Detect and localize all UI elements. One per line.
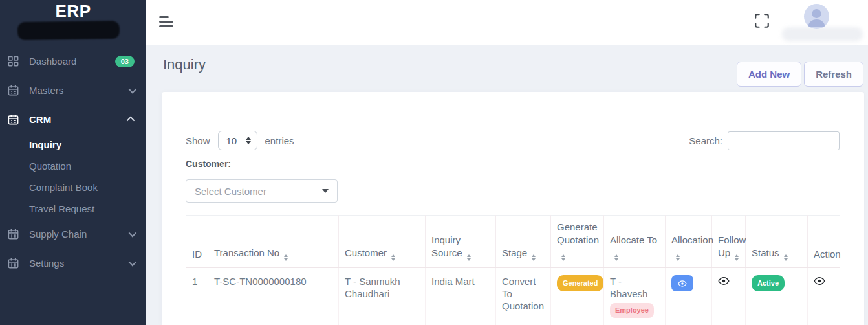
page-title: Inquiry [163,56,206,73]
app-root: ERP Dashboard03MastersCRMInquiryQuotatio… [0,0,868,325]
column-header-generate-quotation[interactable]: Generate Quotation [551,216,604,268]
generated-badge: Generated [557,275,603,291]
select-arrows-icon [246,137,251,144]
main-content: Inquiry Add New Refresh Show 10 entries [146,45,868,325]
entries-label: entries [265,135,294,146]
sidebar-nav: Dashboard03MastersCRMInquiryQuotationCom… [0,45,146,278]
app-logo: ERP [0,0,146,21]
column-header-id: ID [186,216,208,268]
calendar-icon [6,228,19,241]
page-size-select[interactable]: 10 [218,131,257,150]
column-header-allocate-to[interactable]: Allocate To [604,216,666,268]
page-header: Inquiry Add New Refresh [146,45,868,92]
sidebar-item-inquiry[interactable]: Inquiry [0,134,146,155]
sort-arrows-icon [561,254,565,261]
calendar-icon [6,84,19,97]
customer-label: Customer: [186,159,840,169]
cell-allocate-to: T - BhaveshEmployee [604,268,666,325]
sort-arrows-icon [784,254,788,261]
chevron-down-icon [129,258,137,267]
sort-arrows-icon [467,254,471,261]
column-header-stage[interactable]: Stage [496,216,551,268]
cell-id: 1 [186,268,208,325]
cell-status: Active [746,268,808,325]
column-header-label: ID [192,249,202,260]
sidebar-subitem-label: Inquiry [29,139,61,150]
column-header-transaction-no[interactable]: Transaction No [208,216,339,268]
customer-filter: Customer: Select Customer [186,159,840,203]
hamburger-line [159,16,169,18]
sort-arrows-icon [676,254,680,261]
add-new-button[interactable]: Add New [737,62,801,87]
refresh-button[interactable]: Refresh [804,62,863,87]
user-avatar[interactable] [804,4,829,29]
cell-allocation [666,268,712,325]
sidebar-count-badge: 03 [115,56,135,67]
customer-select-value: Select Customer [195,186,266,197]
search-label: Search: [689,135,722,146]
show-entries-control: Show 10 entries [186,131,294,150]
search-input[interactable] [728,131,840,150]
sidebar-item-settings[interactable]: Settings [0,249,146,278]
sidebar-item-travel-request[interactable]: Travel Request [0,198,146,219]
allocation-view-button[interactable] [671,275,693,291]
caret-down-icon [322,189,329,193]
calendar-icon [6,113,19,126]
column-header-label: Action [814,249,841,260]
sidebar-item-masters[interactable]: Masters [0,76,146,105]
follow-up-view-button[interactable] [718,275,730,287]
redacted-text-blob [17,21,120,40]
sidebar-item-quotation[interactable]: Quotation [0,155,146,177]
status-badge: Active [752,275,785,291]
inquiry-table: IDTransaction NoCustomerInquiry SourceSt… [186,215,840,325]
cell-customer: T - Sanmukh Chaudhari [339,268,426,325]
page-size-value: 10 [226,135,237,146]
grid-icon [6,55,19,68]
column-header-label: Generate Quotation [557,221,599,245]
sidebar-item-dashboard[interactable]: Dashboard03 [0,47,146,76]
chevron-down-icon [129,85,137,94]
column-header-action: Action [808,216,840,268]
column-header-status[interactable]: Status [746,216,808,268]
column-header-customer[interactable]: Customer [339,216,426,268]
chevron-down-icon [129,229,137,238]
column-header-label: Follow Up [718,234,746,258]
customer-select[interactable]: Select Customer [186,179,338,203]
column-header-follow-up[interactable]: Follow Up [712,216,746,268]
fullscreen-icon[interactable] [752,11,772,32]
column-header-label: Allocate To [610,234,657,245]
sort-arrows-icon [735,254,739,261]
cell-transaction-no: T-SC-TN0000000180 [208,268,339,325]
sidebar-item-label: CRM [29,114,129,125]
sidebar-subitem-label: Travel Request [29,203,94,214]
allocate-to-name: T - Bhavesh [610,275,659,300]
sort-arrows-icon [284,254,288,261]
topbar [146,0,868,45]
cell-action [808,268,840,325]
column-header-inquiry-source[interactable]: Inquiry Source [426,216,496,268]
eye-icon [678,279,687,288]
show-label: Show [186,135,210,146]
sidebar-item-label: Dashboard [29,56,115,67]
sort-arrows-icon [391,254,395,261]
cell-follow-up [712,268,746,325]
menu-toggle-icon[interactable] [159,14,176,29]
logo-area: ERP [0,0,146,45]
column-header-label: Transaction No [214,247,279,258]
sidebar: ERP Dashboard03MastersCRMInquiryQuotatio… [0,0,146,325]
sidebar-item-supply-chain[interactable]: Supply Chain [0,219,146,249]
action-view-button[interactable] [814,275,825,287]
sort-arrows-icon [532,254,536,261]
column-header-label: Allocation [671,234,713,245]
column-header-label: Customer [345,247,387,258]
column-header-label: Stage [502,247,527,258]
cell-generate-quotation: Generated [551,268,604,325]
cell-inquiry-source: India Mart [426,268,496,325]
search-control: Search: [689,131,840,150]
column-header-allocation[interactable]: Allocation [666,216,712,268]
employee-badge: Employee [610,303,654,318]
hamburger-line [159,21,173,23]
sidebar-subitem-label: Complaint Book [29,182,98,193]
sidebar-item-crm[interactable]: CRM [0,105,146,134]
sidebar-item-complaint-book[interactable]: Complaint Book [0,177,146,198]
